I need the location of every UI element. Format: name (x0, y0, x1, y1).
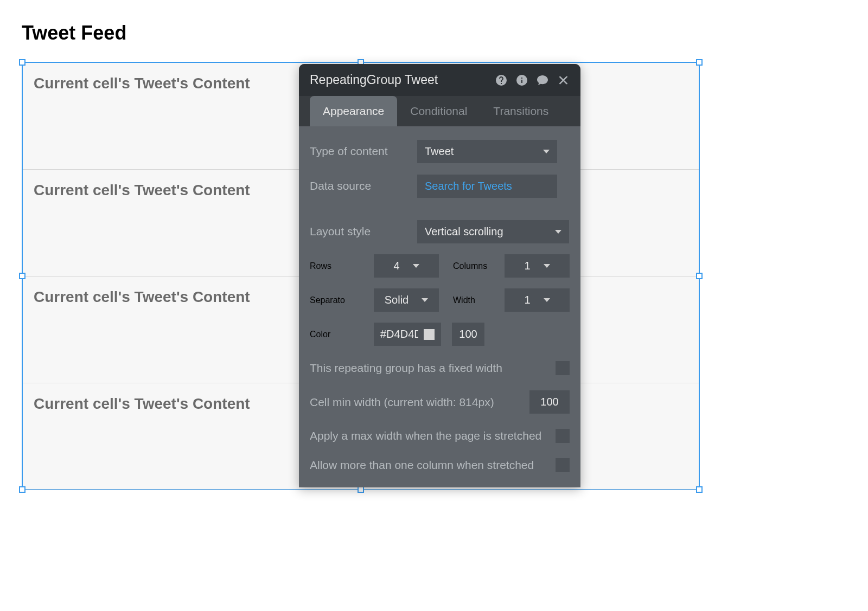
data-source-value: Search for Tweets (425, 180, 512, 192)
allow-more-columns-checkbox[interactable] (556, 458, 570, 472)
cell-min-width-label: Cell min width (current width: 814px) (310, 396, 494, 409)
separator-value: Solid (385, 294, 409, 306)
layout-style-value: Vertical scrolling (425, 226, 503, 238)
columns-value: 1 (524, 260, 530, 272)
chevron-down-icon (544, 298, 550, 302)
width-label: Width (453, 295, 475, 305)
type-of-content-label: Type of content (310, 145, 417, 158)
close-icon[interactable] (557, 74, 570, 87)
apply-max-width-label: Apply a max width when the page is stret… (310, 429, 541, 442)
separator-label: Separato (310, 295, 363, 305)
panel-tabs: Appearance Conditional Transitions (299, 96, 580, 126)
columns-select[interactable]: 1 (505, 254, 570, 278)
data-source-label: Data source (310, 179, 417, 192)
chevron-down-icon (543, 150, 550, 153)
width-value: 1 (524, 294, 530, 306)
resize-handle-bottom-right[interactable] (696, 486, 703, 493)
fixed-width-label: This repeating group has a fixed width (310, 362, 502, 375)
rows-value: 4 (393, 260, 399, 272)
color-label: Color (310, 330, 363, 339)
type-of-content-select[interactable]: Tweet (417, 140, 557, 163)
tab-transitions[interactable]: Transitions (480, 96, 561, 126)
resize-handle-top-right[interactable] (696, 59, 703, 66)
resize-handle-top-left[interactable] (19, 59, 25, 66)
color-value: #D4D4D4 (380, 328, 418, 340)
page-title: Tweet Feed (22, 22, 846, 44)
comment-icon[interactable] (536, 74, 549, 87)
type-of-content-value: Tweet (425, 145, 454, 158)
opacity-field[interactable]: 100 (452, 323, 484, 346)
layout-style-select[interactable]: Vertical scrolling (417, 220, 569, 243)
panel-title: RepeatingGroup Tweet (310, 73, 438, 87)
cell-min-width-input[interactable] (529, 390, 570, 414)
panel-body: Type of content Tweet Data source Search… (299, 126, 580, 487)
tab-appearance[interactable]: Appearance (310, 96, 397, 126)
chevron-down-icon (413, 264, 419, 268)
allow-more-columns-label: Allow more than one column when stretche… (310, 459, 534, 472)
fixed-width-checkbox[interactable] (556, 361, 570, 375)
chevron-down-icon (422, 298, 428, 302)
rows-label: Rows (310, 261, 363, 271)
panel-header[interactable]: RepeatingGroup Tweet (299, 64, 580, 96)
chevron-down-icon (555, 230, 561, 234)
resize-handle-right-middle[interactable] (696, 273, 703, 279)
property-panel[interactable]: RepeatingGroup Tweet Appearance Conditio… (299, 64, 580, 487)
info-icon[interactable] (515, 74, 528, 87)
rows-select[interactable]: 4 (374, 254, 439, 278)
separator-select[interactable]: Solid (374, 288, 439, 312)
resize-handle-left-middle[interactable] (19, 273, 25, 279)
color-swatch (424, 329, 435, 340)
layout-style-label: Layout style (310, 225, 417, 238)
columns-label: Columns (453, 261, 487, 271)
chevron-down-icon (544, 264, 550, 268)
color-field[interactable]: #D4D4D4 (374, 323, 441, 346)
tab-conditional[interactable]: Conditional (397, 96, 480, 126)
width-select[interactable]: 1 (505, 288, 570, 312)
resize-handle-bottom-left[interactable] (19, 486, 25, 493)
data-source-field[interactable]: Search for Tweets (417, 175, 557, 198)
help-icon[interactable] (495, 74, 508, 87)
apply-max-width-checkbox[interactable] (556, 429, 570, 443)
